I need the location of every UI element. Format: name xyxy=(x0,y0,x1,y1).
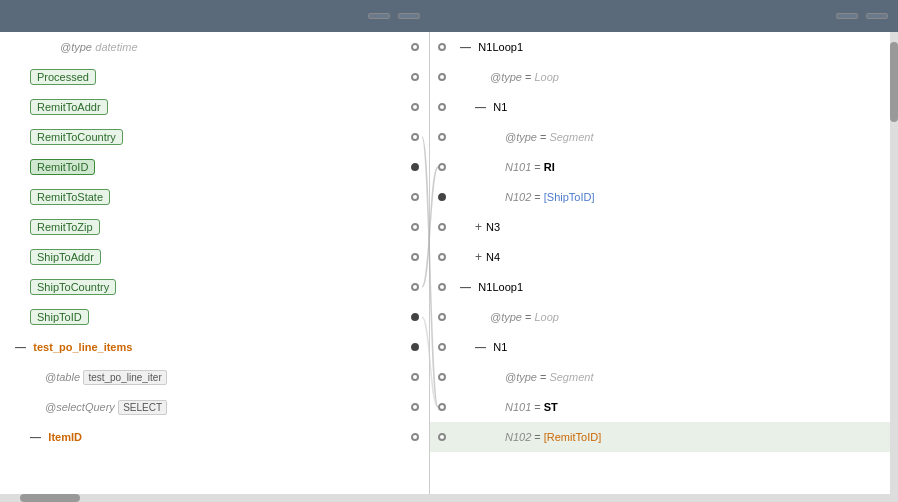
connector-dot-dest xyxy=(438,370,446,384)
connector-dot-source xyxy=(411,190,419,204)
attr-value: Loop xyxy=(534,311,558,323)
attr-value: Segment xyxy=(549,371,593,383)
dot xyxy=(438,73,446,81)
attr-label: N102 xyxy=(505,431,531,443)
dot xyxy=(411,163,419,171)
dest-row-d6: +N3 xyxy=(430,212,898,242)
node-label: N1 xyxy=(493,341,507,353)
dot xyxy=(438,193,446,201)
source-row-s4: RemitToID xyxy=(0,152,429,182)
expand-icon[interactable]: — xyxy=(15,341,26,353)
dot xyxy=(411,433,419,441)
source-row-s3: RemitToCountry xyxy=(0,122,429,152)
attr-label: @type xyxy=(505,131,537,143)
dot xyxy=(438,433,446,441)
ref-value-orange: [RemitToID] xyxy=(544,431,601,443)
dest-row-d3: @type=Segment xyxy=(430,122,898,152)
dest-row-d10: — N1 xyxy=(430,332,898,362)
connector-dot-dest xyxy=(438,100,446,114)
field-tag-RemitToZip[interactable]: RemitToZip xyxy=(30,219,100,235)
field-tag-ShipToCountry[interactable]: ShipToCountry xyxy=(30,279,116,295)
scrollbar-thumb[interactable] xyxy=(890,42,898,122)
connector-dot-source xyxy=(411,220,419,234)
dot xyxy=(411,43,419,51)
field-tag-RemitToID[interactable]: RemitToID xyxy=(30,159,95,175)
expand-icon[interactable]: — xyxy=(460,281,471,293)
dot xyxy=(411,403,419,411)
dot xyxy=(411,223,419,231)
bottom-scrollbar[interactable] xyxy=(0,494,898,502)
connector-dot-dest xyxy=(438,190,446,204)
attr-label: N102 xyxy=(505,191,531,203)
expand-icon[interactable]: — xyxy=(30,431,41,443)
dest-header xyxy=(430,13,898,19)
source-row-s11: @table test_po_line_iter xyxy=(0,362,429,392)
connector-dot-source xyxy=(411,400,419,414)
connector-dot-source xyxy=(411,280,419,294)
connector-dot-source xyxy=(411,40,419,54)
connector-dot-dest xyxy=(438,220,446,234)
source-row-s7: ShipToAddr xyxy=(0,242,429,272)
node-label: N1 xyxy=(493,101,507,113)
dot xyxy=(438,163,446,171)
attr-label: @type xyxy=(60,41,92,53)
connector-dot-source xyxy=(411,430,419,444)
dest-row-d11: @type=Segment xyxy=(430,362,898,392)
attr-value: Loop xyxy=(534,71,558,83)
attr-label: @type xyxy=(490,71,522,83)
source-row-s5: RemitToState xyxy=(0,182,429,212)
source-collapse-button[interactable] xyxy=(398,13,420,19)
connector-dot-source xyxy=(411,70,419,84)
dot xyxy=(411,133,419,141)
bottom-scroll-thumb[interactable] xyxy=(20,494,80,502)
field-tag-RemitToAddr[interactable]: RemitToAddr xyxy=(30,99,108,115)
dot xyxy=(411,373,419,381)
dest-row-d12: N101=ST xyxy=(430,392,898,422)
expand-icon[interactable]: — xyxy=(475,101,486,113)
connector-dot-dest xyxy=(438,160,446,174)
dest-collapse-button[interactable] xyxy=(866,13,888,19)
plus-icon[interactable]: + xyxy=(475,250,482,264)
table-value: test_po_line_iter xyxy=(83,370,166,385)
connector-dot-dest xyxy=(438,430,446,444)
connector-dot-dest xyxy=(438,310,446,324)
dot xyxy=(438,313,446,321)
field-tag-RemitToState[interactable]: RemitToState xyxy=(30,189,110,205)
source-row-s9: ShipToID xyxy=(0,302,429,332)
expand-icon[interactable]: — xyxy=(460,41,471,53)
source-row-s8: ShipToCountry xyxy=(0,272,429,302)
dest-expand-button[interactable] xyxy=(836,13,858,19)
dot xyxy=(438,223,446,231)
field-tag-RemitToCountry[interactable]: RemitToCountry xyxy=(30,129,123,145)
field-tag-Processed[interactable]: Processed xyxy=(30,69,96,85)
connector-dot-dest xyxy=(438,250,446,264)
plus-icon[interactable]: + xyxy=(475,220,482,234)
dest-row-d1: @type=Loop xyxy=(430,62,898,92)
connector-dot-source xyxy=(411,100,419,114)
connector-dot-dest xyxy=(438,340,446,354)
field-tag-ShipToAddr[interactable]: ShipToAddr xyxy=(30,249,101,265)
group-label: ItemID xyxy=(48,431,82,443)
dot xyxy=(438,283,446,291)
dest-row-d2: — N1 xyxy=(430,92,898,122)
source-expand-button[interactable] xyxy=(368,13,390,19)
connector-dot-source xyxy=(411,370,419,384)
dot xyxy=(411,283,419,291)
connector-dot-dest xyxy=(438,70,446,84)
field-tag-ShipToID[interactable]: ShipToID xyxy=(30,309,89,325)
connector-dot-source xyxy=(411,310,419,324)
dot xyxy=(438,373,446,381)
source-row-s10: — test_po_line_items xyxy=(0,332,429,362)
attr-value: ST xyxy=(544,401,558,413)
connector-dot-source xyxy=(411,250,419,264)
expand-icon[interactable]: — xyxy=(475,341,486,353)
dot xyxy=(411,193,419,201)
source-row-s6: RemitToZip xyxy=(0,212,429,242)
loop-label: N1Loop1 xyxy=(478,41,523,53)
dot xyxy=(411,343,419,351)
scrollbar-v[interactable] xyxy=(890,32,898,494)
source-row-s2: RemitToAddr xyxy=(0,92,429,122)
dest-row-d7: +N4 xyxy=(430,242,898,272)
dot xyxy=(411,73,419,81)
dest-row-d13: N102=[RemitToID] xyxy=(430,422,898,452)
